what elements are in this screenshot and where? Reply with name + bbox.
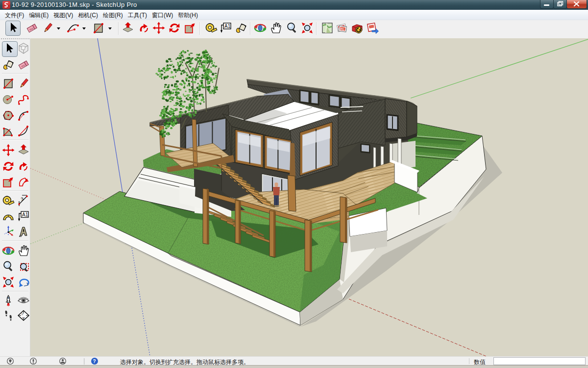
svg-text:A1: A1 <box>224 24 231 29</box>
svg-text:?: ? <box>93 359 96 364</box>
svg-text:3: 3 <box>20 196 24 202</box>
svg-text:A1: A1 <box>22 212 28 217</box>
svg-text:4-6: 4-6 <box>22 316 25 319</box>
svg-text:PL: PL <box>340 27 345 31</box>
svg-text:C: C <box>22 313 24 315</box>
